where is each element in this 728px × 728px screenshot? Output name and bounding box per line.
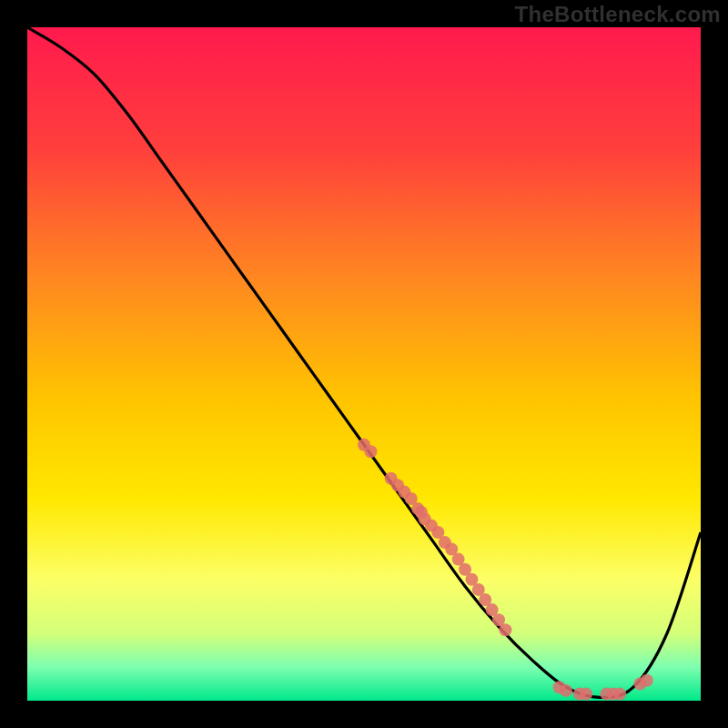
chart-frame: TheBottleneck.com	[0, 0, 728, 728]
data-point	[580, 688, 592, 701]
data-point	[499, 623, 511, 636]
gradient-background	[27, 27, 701, 701]
bottleneck-curve-chart	[0, 0, 728, 728]
data-point	[364, 445, 377, 458]
data-point	[613, 688, 626, 701]
data-point	[641, 674, 653, 687]
data-point	[560, 684, 572, 697]
watermark-text: TheBottleneck.com	[515, 2, 721, 27]
